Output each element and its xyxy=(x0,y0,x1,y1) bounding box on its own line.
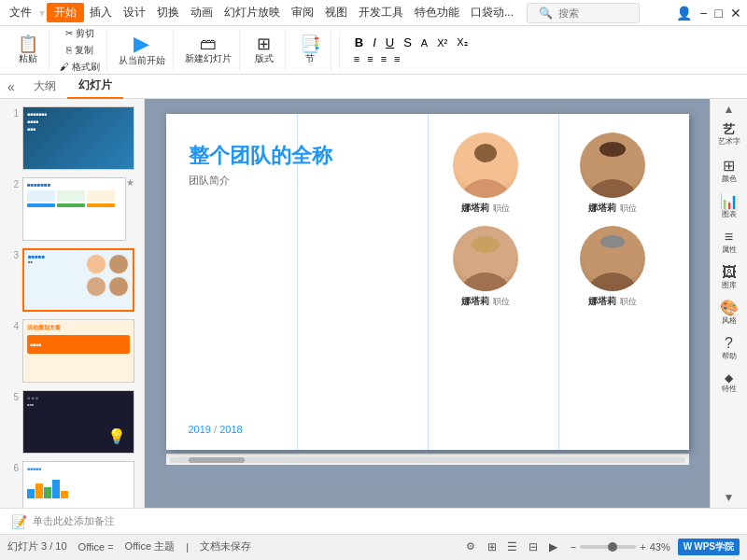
align-left-button[interactable]: ≡ xyxy=(351,52,362,65)
normal-view-btn[interactable]: ⊞ xyxy=(483,538,501,556)
menu-features[interactable]: 特色功能 xyxy=(409,3,465,22)
gallery-btn[interactable]: 🖼 图库 xyxy=(712,259,746,293)
right-panel: ▲ 艺 艺术字 ⊞ 颜色 📊 图表 ≡ 属性 🖼 图库 🎨 风格 ? 帮助 xyxy=(710,99,747,508)
status-bar: 幻灯片 3 / 10 Office = Office 主题 | 文档未保存 ⚙ … xyxy=(0,534,747,558)
color-btn[interactable]: ⊞ 颜色 xyxy=(712,153,746,187)
new-slide-button[interactable]: 🗃 新建幻灯片 xyxy=(181,34,235,67)
copy-button[interactable]: ⎘ 复制 xyxy=(63,43,96,58)
menu-insert[interactable]: 插入 xyxy=(84,3,118,22)
slide-item-2[interactable]: 2 ■■■■■■■ ★ xyxy=(4,177,140,241)
menu-view[interactable]: 视图 xyxy=(319,3,353,22)
office-label: Office = xyxy=(78,541,114,553)
close-icon[interactable]: ✕ xyxy=(728,4,743,22)
member-role-1: 职位 xyxy=(493,203,510,215)
layout-group: ⊞ 版式 xyxy=(244,30,286,71)
slide-left-content: 整个团队的全称 团队简介 xyxy=(189,142,332,199)
slide-thumb-3[interactable]: ■■■■■ ■■ xyxy=(22,248,134,312)
slide-num-4: 4 xyxy=(4,319,19,331)
grid-view-btn[interactable]: ⊟ xyxy=(524,538,543,556)
h-scrollbar-track xyxy=(170,457,685,463)
attr-btn[interactable]: ≡ 属性 xyxy=(712,224,746,258)
reading-view-btn[interactable]: ▶ xyxy=(544,538,563,556)
wps-logo[interactable]: W WPS学院 xyxy=(678,539,740,555)
search-box[interactable]: 🔍 xyxy=(527,3,640,23)
slide-item-4[interactable]: 4 活动策划方案 ■■■■ xyxy=(4,319,140,383)
align-center-button[interactable]: ≡ xyxy=(364,52,375,65)
scroll-down-btn[interactable]: ▼ xyxy=(724,491,735,504)
menu-start[interactable]: 开始 xyxy=(47,3,84,22)
font-color-button[interactable]: A xyxy=(417,36,431,49)
font-top-row: B I U S A X² X₂ xyxy=(351,35,472,50)
slide-thumb-4[interactable]: 活动策划方案 ■■■■ xyxy=(22,319,134,383)
slide-thumb-6[interactable]: ■■■■■ xyxy=(22,461,134,508)
zoom-out-btn[interactable]: − xyxy=(571,541,576,553)
notes-bar[interactable]: 📝 单击此处添加备注 xyxy=(0,508,747,534)
gallery-label: 图库 xyxy=(722,281,737,290)
strikethrough-button[interactable]: S xyxy=(400,35,416,50)
underline-button[interactable]: U xyxy=(382,35,398,50)
feature-icon: ◆ xyxy=(725,371,733,385)
bold-button[interactable]: B xyxy=(351,35,367,50)
menu-dev[interactable]: 开发工具 xyxy=(353,3,409,22)
menu-animation[interactable]: 动画 xyxy=(185,3,218,22)
zoom-in-btn[interactable]: + xyxy=(640,541,645,553)
italic-button[interactable]: I xyxy=(369,35,380,50)
start-show-button[interactable]: ▶ 从当前开始 xyxy=(115,32,169,69)
h-scrollbar-thumb[interactable] xyxy=(189,457,245,463)
superscript-button[interactable]: X² xyxy=(433,36,451,49)
slide-item-6[interactable]: 6 ■■■■■ xyxy=(4,461,140,508)
zoom-slider[interactable] xyxy=(580,545,636,549)
menu-slideshow[interactable]: 幻灯片放映 xyxy=(218,3,286,22)
slide-item-5[interactable]: 5 ■ ■ ■ ■■■ 💡 xyxy=(4,390,140,454)
user-icon[interactable]: 👤 xyxy=(674,4,694,22)
play-icon: ▶ xyxy=(134,34,149,54)
member-info-2: 娜塔莉 职位 xyxy=(555,202,670,215)
slide-thumb-1[interactable]: ■■■■■■■ ■■■■ ■■■ xyxy=(22,106,134,170)
align-justify-button[interactable]: ≡ xyxy=(391,52,402,65)
cut-button[interactable]: ✂ 剪切 xyxy=(63,26,97,41)
tab-slides[interactable]: 幻灯片 xyxy=(67,74,123,99)
style-btn[interactable]: 🎨 风格 xyxy=(712,295,746,329)
outline-view-btn[interactable]: ☰ xyxy=(503,538,522,556)
menu-file[interactable]: 文件 xyxy=(4,3,37,22)
font-align-row: ≡ ≡ ≡ ≡ xyxy=(351,52,472,65)
subscript-button[interactable]: X₂ xyxy=(453,35,471,49)
menu-review[interactable]: 审阅 xyxy=(286,3,319,22)
layout-label: 版式 xyxy=(255,52,274,65)
settings-icon[interactable]: ⚙ xyxy=(466,540,475,553)
minimize-icon[interactable]: − xyxy=(698,4,709,22)
maximize-icon[interactable]: □ xyxy=(713,4,725,22)
layout-button[interactable]: ⊞ 版式 xyxy=(247,34,281,67)
member-avatar-1 xyxy=(453,133,518,198)
align-right-button[interactable]: ≡ xyxy=(378,52,389,65)
svg-point-11 xyxy=(600,235,625,248)
slideshow-group: ▶ 从当前开始 xyxy=(111,30,174,71)
format-paint-button[interactable]: 🖌 格式刷 xyxy=(57,60,103,75)
menu-switch[interactable]: 切换 xyxy=(151,3,185,22)
paste-group: 📋 粘贴 xyxy=(7,30,49,71)
chart-btn[interactable]: 📊 图表 xyxy=(712,189,746,222)
feature-btn[interactable]: ◆ 特性 xyxy=(712,366,746,399)
slide-num-3: 3 xyxy=(4,248,19,260)
h-scrollbar[interactable] xyxy=(166,454,689,465)
slide-thumb-5[interactable]: ■ ■ ■ ■■■ 💡 xyxy=(22,390,134,454)
help-icon: ? xyxy=(725,334,733,352)
menu-design[interactable]: 设计 xyxy=(118,3,151,22)
paste-button[interactable]: 📋 粘贴 xyxy=(11,34,45,67)
wps-icon: W xyxy=(684,541,692,552)
slide-panel[interactable]: 1 ■■■■■■■ ■■■■ ■■■ 2 ■■■■■■■ xyxy=(0,99,145,508)
art-text-btn[interactable]: 艺 艺术字 xyxy=(712,118,746,151)
section-button[interactable]: 📑 节 xyxy=(293,34,327,67)
search-input[interactable] xyxy=(558,7,633,19)
paste-label: 粘贴 xyxy=(19,52,37,65)
slide-item-3[interactable]: 3 ■■■■■ ■■ xyxy=(4,248,140,312)
menu-pocket[interactable]: 口袋动... xyxy=(465,3,519,22)
nav-left-arrow[interactable]: « xyxy=(7,79,15,94)
slide-item-1[interactable]: 1 ■■■■■■■ ■■■■ ■■■ xyxy=(4,106,140,170)
slide-thumb-2[interactable]: ■■■■■■■ xyxy=(22,177,126,241)
svg-point-8 xyxy=(472,236,500,253)
tab-outline[interactable]: 大纲 xyxy=(22,75,67,98)
help-btn[interactable]: ? 帮助 xyxy=(712,330,746,364)
slide-canvas[interactable]: 整个团队的全称 团队简介 xyxy=(166,114,689,450)
scroll-up-btn[interactable]: ▲ xyxy=(724,103,735,116)
